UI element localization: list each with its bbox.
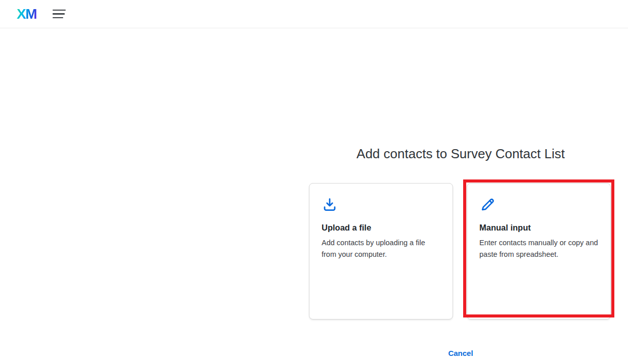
download-icon — [322, 197, 338, 213]
card-title-manual: Manual input — [479, 223, 598, 233]
add-contacts-panel: Add contacts to Survey Contact List Uplo… — [309, 146, 612, 358]
option-cards: Upload a file Add contacts by uploading … — [309, 183, 612, 320]
cancel-row: Cancel — [309, 349, 612, 358]
page-title: Add contacts to Survey Contact List — [309, 146, 612, 162]
xm-logo: XM — [17, 7, 36, 21]
card-title-upload: Upload a file — [322, 223, 440, 233]
hamburger-menu-icon[interactable] — [53, 9, 66, 20]
pencil-icon — [479, 197, 496, 213]
card-description-upload: Add contacts by uploading a file from yo… — [322, 237, 440, 260]
upload-file-card[interactable]: Upload a file Add contacts by uploading … — [309, 183, 453, 320]
top-bar: XM — [0, 0, 628, 28]
manual-input-card[interactable]: Manual input Enter contacts manually or … — [467, 183, 611, 320]
card-description-manual: Enter contacts manually or copy and past… — [479, 237, 598, 260]
cancel-link[interactable]: Cancel — [448, 349, 473, 357]
manual-input-card-wrap: Manual input Enter contacts manually or … — [467, 183, 611, 320]
